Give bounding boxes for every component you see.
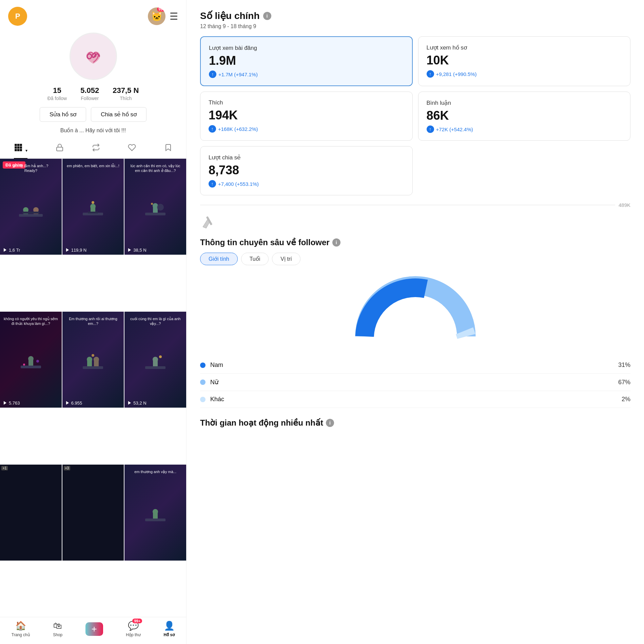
- svg-rect-10: [57, 147, 63, 151]
- stat-likes[interactable]: 237,5 N Thích: [113, 86, 139, 101]
- video-cell-3[interactable]: không có người yêu thì ngủ sớm đi thức k…: [0, 312, 62, 408]
- metric-value-2: 194K: [209, 108, 404, 122]
- tab-gender[interactable]: Giới tính: [200, 253, 238, 265]
- metrics-grid: Lượt xem bài đăng 1.9M ↑ +1.7M (+947.1%)…: [200, 36, 630, 141]
- profile-nav-icon: 👤: [164, 621, 175, 631]
- active-time-info-icon[interactable]: i: [326, 419, 334, 427]
- nav-profile[interactable]: 👤 Hồ sơ: [164, 621, 175, 637]
- insights-title: Thông tin chuyên sâu về follower i: [200, 238, 630, 247]
- platform-icon[interactable]: P: [8, 7, 27, 26]
- legend-nam-left: Nam: [200, 362, 223, 369]
- svg-rect-45: [145, 366, 165, 369]
- legend-nam: Nam 31%: [200, 357, 630, 374]
- edit-profile-button[interactable]: Sửa hồ sơ: [40, 107, 86, 122]
- legend-pct-nam: 31%: [618, 362, 630, 369]
- svg-rect-50: [145, 519, 165, 521]
- svg-point-41: [92, 354, 94, 357]
- svg-rect-32: [21, 366, 41, 368]
- legend-dot-nu: [200, 379, 206, 385]
- change-arrow-1: ↑: [427, 70, 434, 78]
- stat-followers[interactable]: 5.052 Follower: [80, 86, 99, 101]
- svg-rect-15: [19, 214, 43, 217]
- metric-title-3: Bình luận: [427, 99, 622, 106]
- metric-change-1: ↑ +9,281 (+990.5%): [427, 70, 622, 78]
- tools-icon: [200, 213, 218, 231]
- active-time-title: Thời gian hoạt động nhiều nhất i: [200, 418, 630, 428]
- date-range: 12 tháng 9 - 18 tháng 9: [200, 23, 630, 30]
- svg-rect-27: [145, 213, 165, 215]
- donut-chart: [351, 275, 480, 350]
- svg-point-46: [159, 355, 162, 358]
- svg-point-21: [92, 201, 94, 204]
- video-cell-6[interactable]: +1: [0, 465, 62, 561]
- metric-title-1: Lượt xem hồ sơ: [427, 44, 622, 51]
- svg-rect-22: [88, 212, 98, 213]
- svg-rect-44: [153, 359, 158, 367]
- tab-location[interactable]: Vị trí: [272, 253, 300, 265]
- legend-dot-nam: [200, 363, 206, 368]
- profile-avatar-icon: [80, 43, 107, 70]
- svg-rect-37: [87, 359, 92, 367]
- video-count-0: 1,6 Tr: [3, 248, 20, 253]
- profile-buttons: Sửa hồ sơ Chia sẻ hồ sơ: [0, 107, 186, 122]
- svg-rect-9: [20, 149, 22, 151]
- legend-dot-khac: [200, 397, 206, 402]
- nav-shop[interactable]: 🛍 Shop: [53, 621, 62, 637]
- svg-marker-23: [66, 248, 69, 252]
- analytics-info-icon[interactable]: i: [263, 12, 271, 20]
- nav-create[interactable]: +: [85, 622, 103, 636]
- metric-card-0[interactable]: Lượt xem bài đăng 1.9M ↑ +1.7M (+947.1%): [200, 36, 413, 86]
- user-avatar[interactable]: 🐱 99+: [148, 7, 165, 25]
- likes-label: Thích: [120, 96, 132, 101]
- tab-liked[interactable]: [128, 139, 136, 158]
- svg-rect-39: [94, 359, 99, 367]
- metric-card-2[interactable]: Thích 194K ↑ +168K (+632.2%): [200, 92, 413, 141]
- insights-info-icon[interactable]: i: [332, 238, 340, 247]
- nav-profile-label: Hồ sơ: [164, 632, 175, 637]
- legend-label-khac: Khác: [210, 396, 224, 403]
- stats-row: 15 Đã follow 5.052 Follower 237,5 N Thíc…: [0, 86, 186, 101]
- metric-card-3[interactable]: Bình luận 86K ↑ +72K (+542.4%): [418, 92, 631, 141]
- tab-bookmark[interactable]: [164, 139, 172, 158]
- svg-rect-5: [17, 147, 20, 149]
- video-text-3: không có người yêu thì ngủ sớm đi thức k…: [1, 315, 60, 328]
- followers-label: Follower: [81, 96, 99, 101]
- video-text-1: em phiền, em biết, em xin lỗi...!: [64, 162, 123, 170]
- inbox-badge: 99+: [132, 619, 142, 623]
- legend-label-nam: Nam: [210, 362, 223, 369]
- video-cell-8[interactable]: em thương anh vậy mà...: [124, 465, 186, 561]
- tab-repost[interactable]: [92, 139, 100, 158]
- video-cell-1[interactable]: em phiền, em biết, em xin lỗi...! 119,9 …: [62, 159, 124, 255]
- video-cell-4[interactable]: Em thương anh rồi ai thương em...? 6.955: [62, 312, 124, 408]
- bottom-nav: 🏠 Trang chủ 🛍 Shop + 💬 99+ Hộp thư 👤 Hồ …: [0, 617, 186, 644]
- metric-title-4: Lượt chia sẻ: [209, 154, 404, 161]
- profile-avatar: [70, 33, 117, 80]
- video-cell-2[interactable]: lúc anh cần thì em có, vậy lúc em cần th…: [124, 159, 186, 255]
- metric-value-4: 8,738: [209, 163, 404, 177]
- video-text-8: em thương anh vậy mà...: [126, 468, 185, 475]
- svg-marker-17: [4, 248, 6, 252]
- video-cell-0[interactable]: Đã ghim em tệ lắm hả anh...?Ready? 1,6 T…: [0, 159, 62, 255]
- nav-inbox[interactable]: 💬 99+ Hộp thư: [126, 621, 141, 637]
- legend-nu-left: Nữ: [200, 378, 218, 386]
- stat-following[interactable]: 15 Đã follow: [47, 86, 67, 101]
- menu-icon[interactable]: ☰: [170, 11, 178, 22]
- metric-value-0: 1.9M: [209, 54, 404, 68]
- tab-age[interactable]: Tuổi: [241, 253, 269, 265]
- video-cell-7[interactable]: +3: [62, 465, 124, 561]
- svg-rect-8: [17, 149, 20, 151]
- top-bar: P 🐱 99+ ☰: [0, 0, 186, 29]
- share-profile-button[interactable]: Chia sẻ hồ sơ: [91, 107, 147, 122]
- nav-home[interactable]: 🏠 Trang chủ: [12, 621, 30, 637]
- profile-bio: Buồn à ... Hãy nói với tôi !!!: [0, 127, 186, 134]
- svg-rect-3: [20, 144, 22, 146]
- nav-shop-label: Shop: [53, 632, 62, 637]
- create-plus-button[interactable]: +: [85, 622, 103, 636]
- video-cell-5[interactable]: cuối cùng thì em là gì của anh vậy...? 5…: [124, 312, 186, 408]
- metric-card-1[interactable]: Lượt xem hồ sơ 10K ↑ +9,281 (+990.5%): [418, 36, 631, 86]
- tab-videos[interactable]: ▾: [14, 139, 27, 158]
- svg-rect-49: [153, 512, 158, 519]
- tab-private[interactable]: [56, 139, 64, 158]
- change-arrow-4: ↑: [209, 180, 216, 188]
- metric-card-4[interactable]: Lượt chia sẻ 8,738 ↑ +7,400 (+553.1%): [200, 146, 413, 195]
